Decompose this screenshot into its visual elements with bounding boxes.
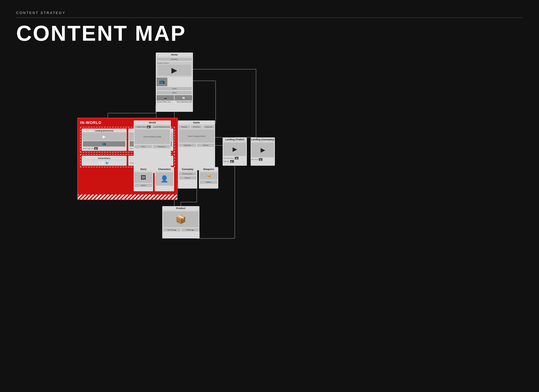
product-cta-row: Buy Now ▶ Editions ▶ (163, 228, 199, 231)
landing-trailer-cta1: Pre-order Now ▶ (223, 157, 246, 159)
social-shares-title: Social Shares (82, 157, 126, 160)
characters-person-icon: 👤 (160, 175, 168, 183)
story-history: History (135, 184, 152, 187)
game-collectors: Collector's (203, 125, 214, 129)
world-node: World ♪ Music Player ▶ In-world Advertis… (134, 120, 171, 173)
stripe-border (78, 195, 177, 199)
landing-trailer-cta2-label: Website (223, 161, 229, 162)
home-game-row: Game (157, 87, 192, 90)
gameplay-title: Gameplay (178, 167, 197, 171)
facebook-icon: f (99, 161, 100, 165)
gameplay-node: Gameplay Environments Devices (178, 167, 197, 189)
landing-gameplay-title: Landing (Gameplay) (251, 137, 275, 142)
product-buy-now[interactable]: Buy Now ▶ (163, 228, 181, 231)
landing-imm-cta: Email Sign Up ▶ (83, 147, 125, 150)
product-node: Product 📦 Buy Now ▶ Editions ▶ (162, 206, 199, 238)
landing-trailer-video: ▶ (223, 143, 246, 156)
story-node: Story 🖼 History (134, 167, 153, 191)
landing-trailer-title: Landing (Trailer) (223, 137, 247, 142)
world-ads: In-world Advertisements (153, 125, 170, 129)
game-premium: Premium (191, 125, 202, 129)
home-footer-labels: Social (Twitter, etc.) News (Bethesda.ne… (157, 101, 192, 103)
landing-trailer-cta2: Website ▶ (223, 160, 246, 163)
home-tv-row: 📺 (157, 78, 192, 86)
landing-gameplay-video: ▶ (251, 143, 274, 157)
home-node: Home Branding Content Feature ▶ 📺 Game W… (156, 53, 193, 112)
landing-imm-cta-label: Email Sign Up (83, 148, 93, 149)
home-content-feature-label: Content Feature (157, 62, 192, 64)
header-divider (16, 18, 523, 18)
home-video-box: ▶ (158, 65, 191, 75)
product-image: 📦 (163, 211, 199, 227)
weapons-node: Weapons 🔫 Abilities (199, 167, 218, 189)
world-top-row: ♪ Music Player ▶ In-world Advertisements (134, 125, 170, 129)
weapons-gun-icon: 🔫 (206, 174, 211, 178)
social-icons: f ◎ 🐦 (82, 161, 126, 165)
home-social-icon: 📷 (157, 95, 174, 100)
twitter-icon: 🐦 (105, 161, 109, 165)
landing-imm-cta-btn[interactable]: ▶ (94, 147, 98, 150)
home-news-label: News (Bethesda.net) (177, 101, 192, 103)
landing-gameplay-cta-btn[interactable]: ▶ (259, 158, 262, 161)
product-title: Product (162, 206, 199, 210)
game-node: Game Regular Premium Collector's Game En… (178, 120, 215, 170)
home-news-icon: 📰 (175, 95, 192, 100)
weapons-image: 🔫 (200, 172, 217, 180)
social-shares-card: Social Shares f ◎ 🐦 (82, 156, 127, 166)
home-world-row: World (157, 91, 192, 94)
game-gameplay-link: Gameplay (179, 144, 196, 147)
world-story-link: Story (134, 145, 152, 148)
game-editions-row: Regular Premium Collector's (179, 125, 214, 129)
landing-imm-tv: 📺 (83, 141, 125, 147)
home-branding-row: Branding (157, 58, 192, 61)
gameplay-devices: Devices (179, 176, 196, 179)
game-engage-label: Game Engage Media (188, 135, 205, 137)
landing-trailer-node: Landing (Trailer) ▶ Pre-order Now ▶ Webs… (223, 137, 247, 166)
home-bottom-icons: 📷 📰 (157, 95, 192, 100)
header: CONTENT STRATEGY CONTENT MAP (16, 11, 523, 44)
story-title: Story (134, 167, 153, 171)
game-arsenal-link: Arsenal (197, 144, 215, 147)
weapons-abilities: Abilities (200, 181, 217, 184)
landing-imm-title: Landing (Immersive) (82, 129, 126, 133)
home-tv-icon: 📺 (157, 78, 167, 86)
subtitle: CONTENT STRATEGY (16, 11, 523, 15)
landing-trailer-cta1-btn[interactable]: ▶ (235, 157, 239, 159)
landing-trailer-cta2-btn[interactable]: ▶ (230, 160, 234, 163)
product-editions[interactable]: Editions ▶ (181, 228, 199, 231)
game-title: Game (178, 120, 215, 125)
game-bottom-row: Gameplay Arsenal (179, 144, 214, 147)
weapons-title: Weapons (199, 167, 218, 171)
characters-title: Characters (155, 167, 174, 171)
world-title: World (134, 120, 171, 125)
world-building-label: World Building Media (143, 136, 161, 138)
gameplay-environments: Environments (179, 172, 196, 175)
landing-trailer-cta1-label: Pre-order Now (223, 157, 234, 159)
landing-imm-video: ▶ (82, 133, 126, 141)
landing-gameplay-play: ▶ (261, 147, 265, 154)
world-bottom-row: Story Characters (134, 145, 170, 148)
main-title: CONTENT MAP (16, 23, 523, 44)
landing-gameplay-node: Landing (Gameplay) ▶ Buy Now ▶ (251, 137, 275, 166)
landing-gameplay-cta: Buy Now ▶ (251, 158, 274, 161)
story-image: 🖼 (134, 172, 152, 183)
landing-trailer-play: ▶ (233, 146, 237, 153)
story-image-icon: 🖼 (141, 175, 146, 181)
instagram-icon: ◎ (101, 161, 104, 165)
home-social-label: Social (Twitter, etc.) (157, 101, 171, 103)
game-media-box: Game Engage Media (179, 129, 214, 143)
home-play-icon: ▶ (171, 66, 177, 75)
world-media-box: World Building Media (134, 129, 170, 144)
characters-image: 👤 (156, 172, 173, 186)
world-music-btn[interactable]: ▶ (147, 126, 151, 128)
landing-imm-card: Landing (Immersive) ▶ 📺 Email Sign Up ▶ (82, 129, 127, 151)
world-music-player: ♪ Music Player ▶ (134, 125, 152, 129)
product-package-icon: 📦 (175, 214, 186, 224)
world-characters-link: Characters (153, 145, 170, 148)
characters-node: Characters 👤 (155, 167, 174, 191)
home-content-feature-section: Content Feature ▶ (157, 62, 192, 77)
game-regular: Regular (179, 125, 190, 129)
home-title: Home (156, 53, 193, 57)
landing-gameplay-cta-label: Buy Now (251, 159, 258, 160)
